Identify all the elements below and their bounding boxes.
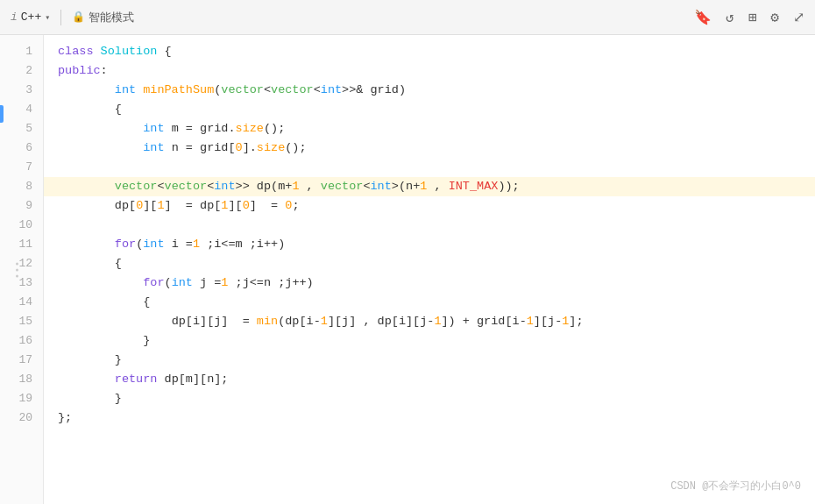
class-name: Solution xyxy=(101,42,165,61)
code-line-15: dp[i][j] = min(dp[i-1][j] , dp[i][j-1]) … xyxy=(58,312,815,331)
line-num-5: 5 xyxy=(0,119,32,138)
smart-mode-text: 智能模式 xyxy=(89,10,134,25)
kw-public: public xyxy=(58,61,101,81)
settings-icon[interactable]: ⚙ xyxy=(770,9,779,26)
code-area[interactable]: class Solution { public: int minPathSum(… xyxy=(44,35,815,504)
chevron-down-icon: ▾ xyxy=(45,12,50,23)
line-num-4: 4 xyxy=(0,100,32,119)
kw-vector: vector xyxy=(221,81,264,100)
code-line-13: for(int j =1 ;j<=n ;j++) xyxy=(58,273,815,293)
kw-int-3: int xyxy=(115,81,143,100)
code-line-10 xyxy=(58,216,815,235)
line-num-7: 7 xyxy=(0,158,32,177)
line-num-3: 3 xyxy=(0,81,32,100)
line-num-14: 14 xyxy=(0,293,32,312)
kw-int-6: int xyxy=(143,138,171,158)
code-line-11: for(int i =1 ;i<=m ;i++) xyxy=(58,235,815,254)
code-line-5: int m = grid.size(); xyxy=(58,119,815,138)
line-num-1: 1 xyxy=(0,42,32,61)
code-line-2: public: xyxy=(58,61,815,81)
line-num-6: 6 xyxy=(0,138,32,158)
code-line-4: { xyxy=(58,100,815,119)
line-num-15: 15 xyxy=(0,312,32,331)
bookmark-icon[interactable]: 🔖 xyxy=(694,9,712,26)
scroll-dot xyxy=(16,274,18,277)
kw-class: class xyxy=(58,42,101,61)
line-num-16: 16 xyxy=(0,331,32,351)
code-line-18: return dp[m][n]; xyxy=(58,370,815,389)
smart-mode-label: 🔒 智能模式 xyxy=(72,10,134,25)
line-indicator xyxy=(0,105,4,123)
topbar-right: 🔖 ↺ ⊞ ⚙ ⤢ xyxy=(694,9,804,26)
lang-italic-i: i xyxy=(11,11,18,24)
scroll-dot xyxy=(16,262,18,265)
line-num-20: 20 xyxy=(0,408,32,428)
expand-icon[interactable]: ⤢ xyxy=(793,9,804,26)
code-line-3: int minPathSum(vector<vector<int>>& grid… xyxy=(58,81,815,100)
scroll-dot xyxy=(16,268,18,271)
topbar: i C++ ▾ 🔒 智能模式 🔖 ↺ ⊞ ⚙ ⤢ xyxy=(0,0,815,35)
editor-container: 1 2 3 4 5 6 7 8 9 10 11 12 13 14 15 16 1… xyxy=(0,35,815,504)
line-num-2: 2 xyxy=(0,61,32,81)
code-line-16: } xyxy=(58,331,815,351)
kw-int-5: int xyxy=(143,119,171,138)
line-numbers: 1 2 3 4 5 6 7 8 9 10 11 12 13 14 15 16 1… xyxy=(0,35,44,504)
language-selector[interactable]: i C++ ▾ xyxy=(11,11,50,24)
code-line-20: }; xyxy=(58,408,815,428)
watermark: CSDN @不会学习的小白0^0 xyxy=(670,479,801,493)
line-num-17: 17 xyxy=(0,351,32,370)
line-num-18: 18 xyxy=(0,370,32,389)
code-line-17: } xyxy=(58,351,815,370)
line-num-9: 9 xyxy=(0,196,32,216)
scroll-indicator xyxy=(16,262,18,277)
code-line-6: int n = grid[0].size(); xyxy=(58,138,815,158)
line-num-11: 11 xyxy=(0,235,32,254)
separator xyxy=(60,10,61,25)
line-num-8: 8 xyxy=(0,177,32,196)
code-line-14: { xyxy=(58,293,815,312)
code-line-7 xyxy=(58,158,815,177)
topbar-left: i C++ ▾ 🔒 智能模式 xyxy=(11,10,134,25)
undo-icon[interactable]: ↺ xyxy=(726,9,734,26)
kw-vector-8: vector xyxy=(115,177,158,196)
fn-minPathSum: minPathSum xyxy=(143,81,214,100)
lang-name: C++ xyxy=(21,11,41,24)
code-line-12: { xyxy=(58,254,815,273)
lock-icon: 🔒 xyxy=(72,11,85,24)
code-line-1: class Solution { xyxy=(58,42,815,61)
line-num-19: 19 xyxy=(0,389,32,408)
code-line-8: vector<vector<int>> dp(m+1 , vector<int>… xyxy=(44,177,815,196)
line-num-10: 10 xyxy=(0,216,32,235)
code-line-19: } xyxy=(58,389,815,408)
code-line-9: dp[0][1] = dp[1][0] = 0; xyxy=(58,196,815,216)
grid-icon[interactable]: ⊞ xyxy=(748,9,757,26)
